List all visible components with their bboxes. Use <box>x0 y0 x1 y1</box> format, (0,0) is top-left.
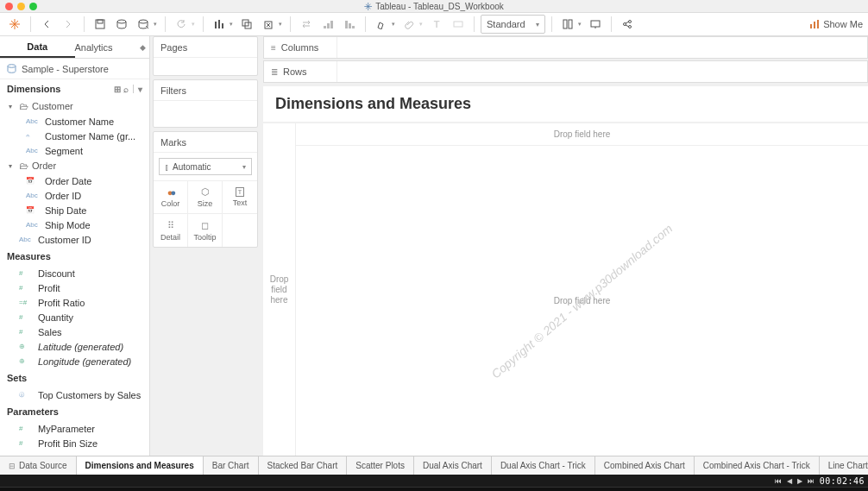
video-scrubber[interactable] <box>0 487 868 491</box>
marks-size-button[interactable]: ⬡Size <box>188 181 223 214</box>
close-window-button[interactable] <box>5 3 13 10</box>
analytics-tab[interactable]: Analytics◆ <box>75 36 150 58</box>
next-button[interactable]: ▶ <box>797 477 802 485</box>
marks-color-button[interactable]: ●●Color <box>154 181 188 214</box>
first-button[interactable]: ⏮ <box>775 477 782 485</box>
tableau-menu-button[interactable] <box>5 15 24 34</box>
new-datasource-button[interactable] <box>112 15 131 34</box>
sheet-tab[interactable]: Stacked Bar Chart <box>259 456 348 475</box>
datasource-row[interactable]: Sample - Superstore <box>0 59 149 79</box>
field-customer-id[interactable]: AbcCustomer ID <box>0 232 149 247</box>
chevron-down-icon[interactable]: ▾ <box>392 21 395 28</box>
data-tab[interactable]: Data <box>0 36 75 58</box>
auto-update-button[interactable] <box>134 15 153 34</box>
marks-tooltip-button[interactable]: ◻Tooltip <box>188 214 223 247</box>
back-button[interactable] <box>37 15 56 34</box>
datasource-icon: ⊟ <box>9 462 16 470</box>
share-button[interactable] <box>618 15 637 34</box>
field-profit-ratio[interactable]: =#Profit Ratio <box>0 295 149 310</box>
field-profit[interactable]: #Profit <box>0 280 149 295</box>
field-order-date[interactable]: 📅Order Date <box>0 173 149 188</box>
last-button[interactable]: ⏭ <box>808 477 815 485</box>
field-ship-date[interactable]: 📅Ship Date <box>0 203 149 217</box>
refresh-button[interactable] <box>172 15 191 34</box>
columns-shelf[interactable]: ≡Columns <box>263 36 868 59</box>
save-button[interactable] <box>91 15 110 34</box>
row-drop-zone[interactable]: Dropfieldhere <box>263 123 296 456</box>
main-drop-zone[interactable]: Drop field here Copyright © 2021 - www.p… <box>296 146 868 456</box>
field-myparameter[interactable]: #MyParameter <box>0 421 149 436</box>
marks-card: Marks ⫿Automatic ▾ ●●Color ⬡Size TText ⠿… <box>153 131 258 248</box>
field-customer-name[interactable]: AbcCustomer Name <box>0 114 149 129</box>
field-order-id[interactable]: AbcOrder ID <box>0 188 149 203</box>
duplicate-button[interactable] <box>237 15 256 34</box>
field-customer-name-group[interactable]: 𝄐Customer Name (gr... <box>0 129 149 143</box>
sort-desc-button[interactable] <box>340 15 359 34</box>
minimize-window-button[interactable] <box>17 3 25 10</box>
video-controls: ⏮ ◀ ▶ ⏭ 00:02:46 <box>0 475 868 487</box>
field-sales[interactable]: #Sales <box>0 324 149 339</box>
svg-rect-24 <box>814 22 815 28</box>
label-icon <box>453 19 463 29</box>
sheet-tab[interactable]: Dual Axis Chart - Trick <box>492 456 595 475</box>
filters-card[interactable]: Filters <box>153 79 258 128</box>
chevron-down-icon[interactable]: ▾ <box>230 21 233 28</box>
sheet-tab[interactable]: Combined Axis Chart - Trick <box>695 456 820 475</box>
maximize-window-button[interactable] <box>29 3 37 10</box>
date-type-icon: 📅 <box>26 206 40 214</box>
folder-order[interactable]: ▾🗁Order <box>0 158 149 173</box>
swap-button[interactable] <box>297 15 316 34</box>
viz-canvas[interactable]: Dropfieldhere Drop field here Drop field… <box>263 123 868 456</box>
sheet-tab[interactable]: Dimensions and Measures <box>77 456 204 475</box>
marks-detail-button[interactable]: ⠿Detail <box>154 214 188 247</box>
svg-rect-17 <box>563 20 567 28</box>
sort-asc-button[interactable] <box>318 15 337 34</box>
drop-hint-top: Drop field here <box>554 129 611 139</box>
view-cards-button[interactable] <box>558 15 577 34</box>
rows-shelf[interactable]: ≣Rows <box>263 60 868 83</box>
sheet-tab[interactable]: Bar Chart <box>204 456 259 475</box>
chevron-down-icon[interactable]: ▾ <box>279 21 282 28</box>
mark-type-dropdown[interactable]: ⫿Automatic ▾ <box>159 158 252 175</box>
field-segment[interactable]: AbcSegment <box>0 143 149 158</box>
clear-button[interactable] <box>259 15 278 34</box>
chevron-down-icon[interactable]: ▾ <box>192 21 195 28</box>
datasource-tab[interactable]: ⊟Data Source <box>0 456 77 475</box>
view-toggle-icon[interactable]: ⊞ <box>114 85 121 94</box>
search-icon[interactable]: ⌕ <box>123 85 129 94</box>
field-latitude[interactable]: ⊕Latitude (generated) <box>0 339 149 354</box>
fit-dropdown[interactable]: Standard▾ <box>481 15 545 34</box>
presentation-button[interactable] <box>586 15 605 34</box>
sheet-tab[interactable]: Scatter Plots <box>347 456 414 475</box>
field-profit-bin-size[interactable]: #Profit Bin Size <box>0 436 149 450</box>
field-discount[interactable]: #Discount <box>0 266 149 280</box>
chevron-down-icon[interactable]: ▾ <box>578 21 582 28</box>
chevron-down-icon[interactable]: ▾ <box>154 21 157 28</box>
prev-button[interactable]: ◀ <box>787 477 792 485</box>
labels-button[interactable] <box>449 15 468 34</box>
column-drop-zone[interactable]: Drop field here <box>296 123 868 146</box>
date-type-icon: 📅 <box>26 177 40 185</box>
field-longitude[interactable]: ⊕Longitude (generated) <box>0 354 149 368</box>
video-timestamp: 00:02:46 <box>820 476 865 486</box>
marks-text-button[interactable]: TText <box>223 181 257 214</box>
show-me-button[interactable]: Show Me <box>809 19 863 29</box>
totals-button[interactable]: T <box>427 15 446 34</box>
chevron-down-icon[interactable]: ▾ <box>138 85 142 94</box>
forward-button[interactable] <box>59 15 78 34</box>
group-button[interactable] <box>399 15 418 34</box>
sheet-tab[interactable]: Dual Axis Chart <box>414 456 492 475</box>
sheet-tab[interactable]: Combined Axis Chart <box>595 456 695 475</box>
highlight-button[interactable] <box>372 15 391 34</box>
pause-auto-icon <box>138 19 148 29</box>
field-ship-mode[interactable]: AbcShip Mode <box>0 217 149 232</box>
field-top-customers-set[interactable]: ⦾Top Customers by Sales <box>0 387 149 402</box>
pages-card[interactable]: Pages <box>153 36 258 76</box>
field-quantity[interactable]: #Quantity <box>0 310 149 324</box>
worksheet-title-area[interactable]: Dimensions and Measures <box>263 86 868 122</box>
chevron-down-icon[interactable]: ▾ <box>419 21 423 28</box>
sheet-tab[interactable]: Line Charts <box>820 456 868 475</box>
folder-customer[interactable]: ▾🗁Customer <box>0 98 149 114</box>
new-worksheet-button[interactable] <box>210 15 229 34</box>
save-icon <box>95 19 105 29</box>
